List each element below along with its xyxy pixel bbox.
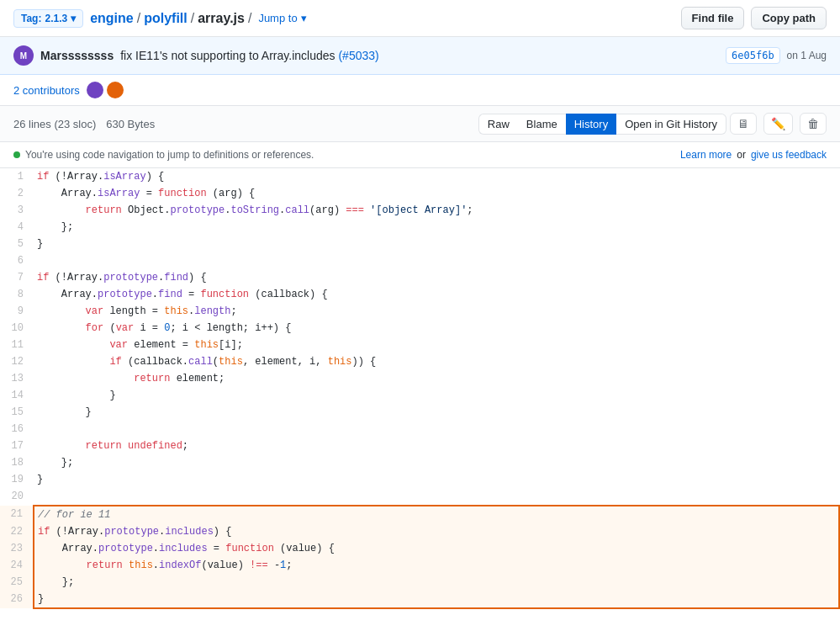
table-row: 5} xyxy=(0,236,839,252)
commit-date: on 1 Aug xyxy=(787,50,827,61)
open-git-history-button[interactable]: Open in Git History xyxy=(616,114,726,135)
line-number[interactable]: 18 xyxy=(0,454,34,471)
line-number[interactable]: 10 xyxy=(0,320,34,337)
table-row: 14 } xyxy=(0,387,839,404)
file-info-bar: 26 lines (23 sloc) 630 Bytes Raw Blame H… xyxy=(0,106,840,142)
line-number[interactable]: 13 xyxy=(0,370,34,387)
table-row: 9 var length = this.length; xyxy=(0,303,839,320)
file-actions: Raw Blame History Open in Git History 🖥 … xyxy=(478,113,827,135)
find-file-button[interactable]: Find file xyxy=(681,7,745,29)
line-code: if (callback.call(this, element, i, this… xyxy=(34,353,839,370)
line-number[interactable]: 11 xyxy=(0,337,34,353)
line-code: var element = this[i]; xyxy=(34,337,839,353)
display-icon-button[interactable]: 🖥 xyxy=(730,113,757,135)
line-number[interactable]: 4 xyxy=(0,219,34,236)
table-row: 25 }; xyxy=(0,574,839,591)
line-code xyxy=(34,488,839,506)
table-row: 1if (!Array.isArray) { xyxy=(0,168,839,185)
feedback-link[interactable]: give us feedback xyxy=(751,149,827,161)
line-number[interactable]: 25 xyxy=(0,574,34,591)
line-code: }; xyxy=(34,219,839,236)
sep-1: / xyxy=(137,11,140,26)
commit-issue-link[interactable]: (#5033) xyxy=(338,49,378,62)
contributor-avatar-2[interactable] xyxy=(107,82,124,98)
line-code: if (!Array.isArray) { xyxy=(34,168,839,185)
table-row: 17 return undefined; xyxy=(0,437,839,454)
line-number[interactable]: 19 xyxy=(0,471,34,488)
file-meta: 26 lines (23 sloc) 630 Bytes xyxy=(13,118,155,130)
contributor-avatars xyxy=(87,82,124,98)
line-number[interactable]: 20 xyxy=(0,488,34,506)
nav-notice-left: You're using code navigation to jump to … xyxy=(13,149,314,161)
line-number[interactable]: 8 xyxy=(0,286,34,303)
top-bar: Tag: 2.1.3 ▾ engine / polyfill / array.j… xyxy=(0,0,840,37)
history-button[interactable]: History xyxy=(566,114,616,135)
line-number[interactable]: 5 xyxy=(0,236,34,252)
line-number[interactable]: 1 xyxy=(0,168,34,185)
line-number[interactable]: 6 xyxy=(0,252,34,269)
blame-button[interactable]: Blame xyxy=(518,114,566,135)
line-number[interactable]: 17 xyxy=(0,437,34,454)
breadcrumb-repo[interactable]: engine xyxy=(90,11,134,26)
line-code: Array.prototype.includes = function (val… xyxy=(34,540,839,557)
line-code: for (var i = 0; i < length; i++) { xyxy=(34,320,839,337)
edit-icon-button[interactable]: ✏️ xyxy=(763,113,793,135)
jump-to-icon: ▾ xyxy=(301,12,307,24)
line-number[interactable]: 22 xyxy=(0,523,34,540)
line-number[interactable]: 2 xyxy=(0,185,34,202)
line-number[interactable]: 24 xyxy=(0,557,34,574)
commit-author[interactable]: Marssssssss xyxy=(40,49,114,62)
line-code: // for ie 11 xyxy=(34,506,839,523)
line-code: }; xyxy=(34,574,839,591)
breadcrumb-folder[interactable]: polyfill xyxy=(144,11,188,26)
line-code: }; xyxy=(34,454,839,471)
line-code: } xyxy=(34,404,839,421)
table-row: 23 Array.prototype.includes = function (… xyxy=(0,540,839,557)
commit-hash[interactable]: 6e05f6b xyxy=(726,47,780,64)
code-table: 1if (!Array.isArray) {2 Array.isArray = … xyxy=(0,168,840,609)
copy-path-button[interactable]: Copy path xyxy=(751,7,827,29)
table-row: 18 }; xyxy=(0,454,839,471)
tag-label: Tag: xyxy=(21,13,41,24)
line-code: return element; xyxy=(34,370,839,387)
line-code: return this.indexOf(value) !== -1; xyxy=(34,557,839,574)
table-row: 8 Array.prototype.find = function (callb… xyxy=(0,286,839,303)
line-code: var length = this.length; xyxy=(34,303,839,320)
nav-notice-right: Learn more or give us feedback xyxy=(680,149,827,161)
table-row: 2 Array.isArray = function (arg) { xyxy=(0,185,839,202)
table-row: 12 if (callback.call(this, element, i, t… xyxy=(0,353,839,370)
raw-button[interactable]: Raw xyxy=(478,114,518,135)
line-number[interactable]: 21 xyxy=(0,506,34,523)
breadcrumb-file: array.js xyxy=(198,11,245,26)
line-code: Array.prototype.find = function (callbac… xyxy=(34,286,839,303)
line-number[interactable]: 12 xyxy=(0,353,34,370)
jump-to-button[interactable]: Jump to ▾ xyxy=(255,12,309,24)
table-row: 3 return Object.prototype.toString.call(… xyxy=(0,202,839,219)
line-code: return undefined; xyxy=(34,437,839,454)
line-code: Array.isArray = function (arg) { xyxy=(34,185,839,202)
line-number[interactable]: 16 xyxy=(0,421,34,437)
commit-bar: M Marssssssss fix IE11's not supporting … xyxy=(0,37,840,75)
code-container: 1if (!Array.isArray) {2 Array.isArray = … xyxy=(0,168,840,609)
line-number[interactable]: 15 xyxy=(0,404,34,421)
line-number[interactable]: 3 xyxy=(0,202,34,219)
learn-more-link[interactable]: Learn more xyxy=(680,149,732,161)
line-number[interactable]: 23 xyxy=(0,540,34,557)
tag-value: 2.1.3 xyxy=(45,13,67,24)
delete-icon-button[interactable]: 🗑 xyxy=(800,113,827,135)
contributors-link[interactable]: 2 contributors xyxy=(13,84,80,97)
table-row: 4 }; xyxy=(0,219,839,236)
table-row: 11 var element = this[i]; xyxy=(0,337,839,353)
contributor-avatar-1[interactable] xyxy=(87,82,103,98)
nav-notice-text: You're using code navigation to jump to … xyxy=(25,149,314,161)
sep-2: / xyxy=(191,11,194,26)
line-number[interactable]: 7 xyxy=(0,269,34,286)
line-number[interactable]: 26 xyxy=(0,591,34,608)
table-row: 19} xyxy=(0,471,839,488)
line-number[interactable]: 14 xyxy=(0,387,34,404)
contributors-bar: 2 contributors xyxy=(0,75,840,106)
tag-dropdown-icon: ▾ xyxy=(71,13,76,24)
table-row: 24 return this.indexOf(value) !== -1; xyxy=(0,557,839,574)
tag-badge[interactable]: Tag: 2.1.3 ▾ xyxy=(13,9,83,28)
line-number[interactable]: 9 xyxy=(0,303,34,320)
